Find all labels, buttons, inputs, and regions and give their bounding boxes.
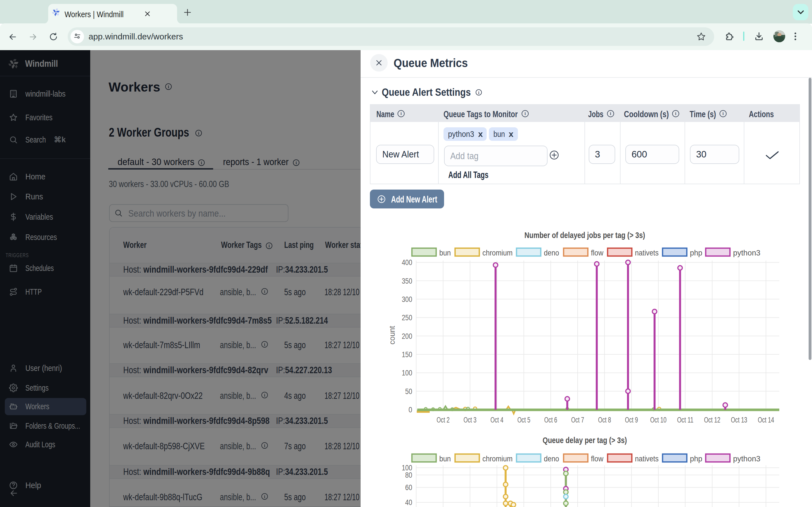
svg-text:php: php [690,248,702,257]
svg-text:php: php [690,454,702,463]
svg-text:Oct 5: Oct 5 [517,416,530,424]
svg-text:deno: deno [544,248,559,257]
svg-text:nativets: nativets [635,248,659,257]
svg-text:Oct 6: Oct 6 [544,416,557,424]
svg-text:bun: bun [439,454,451,463]
svg-text:deno: deno [544,454,559,463]
svg-text:350: 350 [402,277,412,285]
svg-text:Oct 14: Oct 14 [758,416,774,424]
svg-text:chromium: chromium [483,454,513,463]
svg-text:Oct 2: Oct 2 [437,416,450,424]
svg-text:count: count [388,326,396,344]
svg-text:flow: flow [591,248,604,257]
svg-text:250: 250 [402,314,412,322]
svg-text:200: 200 [402,332,412,341]
svg-text:Oct 9: Oct 9 [625,416,638,424]
svg-text:chromium: chromium [483,248,513,257]
svg-text:python3: python3 [733,454,760,463]
svg-text:60: 60 [405,483,412,492]
svg-text:Oct 3: Oct 3 [463,416,476,424]
svg-text:100: 100 [402,369,412,377]
svg-text:40: 40 [405,498,412,507]
svg-text:50: 50 [405,387,412,396]
svg-text:Oct 12: Oct 12 [704,416,720,424]
svg-text:Oct 4: Oct 4 [491,416,504,424]
svg-text:80: 80 [405,471,412,480]
svg-text:Oct 10: Oct 10 [650,416,666,424]
svg-text:Queue delay per tag (> 3s): Queue delay per tag (> 3s) [543,436,627,445]
svg-text:Number of delayed jobs per tag: Number of delayed jobs per tag (> 3s) [524,231,645,240]
svg-text:nativets: nativets [635,454,659,463]
svg-text:bun: bun [439,248,451,257]
svg-text:python3: python3 [733,248,760,257]
svg-text:Oct 8: Oct 8 [598,416,611,424]
svg-text:150: 150 [402,350,412,359]
svg-text:300: 300 [402,295,412,304]
svg-text:400: 400 [402,258,412,267]
svg-text:Oct 11: Oct 11 [677,416,693,424]
svg-text:Oct 13: Oct 13 [731,416,747,424]
svg-text:0: 0 [409,406,412,414]
svg-text:flow: flow [591,454,604,463]
svg-text:Oct 7: Oct 7 [571,416,584,424]
